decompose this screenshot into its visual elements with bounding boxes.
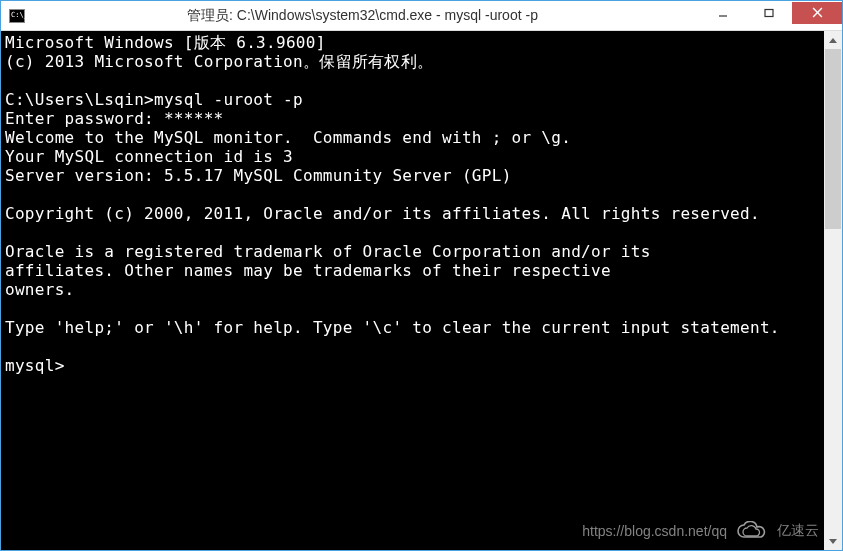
window-title: 管理员: C:\Windows\system32\cmd.exe - mysql… xyxy=(25,7,700,25)
watermark-brand: 亿速云 xyxy=(777,522,819,540)
svg-marker-5 xyxy=(829,539,837,544)
scrollbar-thumb[interactable] xyxy=(825,49,841,229)
watermark-url: https://blog.csdn.net/qq xyxy=(582,523,727,539)
terminal-line: Microsoft Windows [版本 6.3.9600] xyxy=(5,33,838,52)
terminal-line: (c) 2013 Microsoft Corporation。保留所有权利。 xyxy=(5,52,838,71)
terminal-line xyxy=(5,337,838,356)
terminal-line: Server version: 5.5.17 MySQL Community S… xyxy=(5,166,838,185)
terminal-line: Oracle is a registered trademark of Orac… xyxy=(5,242,838,261)
scroll-up-button[interactable] xyxy=(824,31,842,49)
terminal-line: Type 'help;' or '\h' for help. Type '\c'… xyxy=(5,318,838,337)
terminal-line xyxy=(5,299,838,318)
svg-rect-1 xyxy=(765,9,773,16)
terminal-line: C:\Users\Lsqin>mysql -uroot -p xyxy=(5,90,838,109)
titlebar[interactable]: 管理员: C:\Windows\system32\cmd.exe - mysql… xyxy=(1,1,842,31)
scroll-down-button[interactable] xyxy=(824,532,842,550)
terminal-line xyxy=(5,223,838,242)
cmd-icon xyxy=(9,9,25,23)
terminal-line: owners. xyxy=(5,280,838,299)
close-button[interactable] xyxy=(792,2,842,24)
terminal-line: Enter password: ****** xyxy=(5,109,838,128)
cmd-window: 管理员: C:\Windows\system32\cmd.exe - mysql… xyxy=(0,0,843,551)
window-controls xyxy=(700,2,842,30)
watermark: https://blog.csdn.net/qq 亿速云 xyxy=(582,521,819,541)
maximize-button[interactable] xyxy=(746,2,792,24)
terminal-line: Welcome to the MySQL monitor. Commands e… xyxy=(5,128,838,147)
terminal-line xyxy=(5,71,838,90)
terminal-line xyxy=(5,185,838,204)
scrollbar-track[interactable] xyxy=(824,49,842,532)
svg-marker-4 xyxy=(829,38,837,43)
terminal-line: affiliates. Other names may be trademark… xyxy=(5,261,838,280)
terminal-line: mysql> xyxy=(5,356,838,375)
terminal-line: Your MySQL connection id is 3 xyxy=(5,147,838,166)
terminal-line: Copyright (c) 2000, 2011, Oracle and/or … xyxy=(5,204,838,223)
minimize-button[interactable] xyxy=(700,2,746,24)
cloud-icon xyxy=(735,521,769,541)
vertical-scrollbar[interactable] xyxy=(824,31,842,550)
terminal-output[interactable]: Microsoft Windows [版本 6.3.9600](c) 2013 … xyxy=(1,31,842,550)
